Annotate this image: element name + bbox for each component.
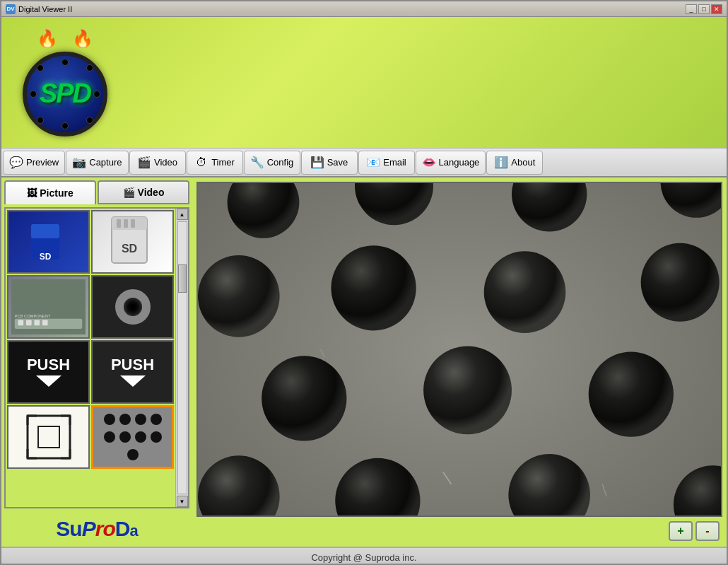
thumb-dot [135,414,146,425]
capture-icon: 📷 [72,156,86,170]
email-label: Email [383,157,406,168]
config-icon: 🔧 [250,156,264,170]
thumbnail-6[interactable]: PUSH [91,340,174,404]
video-button[interactable]: 🎬 Video [129,151,186,175]
tab-picture[interactable]: 🖼 Picture [4,180,96,204]
push1-arrow [35,374,63,388]
timer-label: Timer [211,157,235,168]
thumbnail-7[interactable] [7,405,90,469]
scroll-down-button[interactable]: ▼ [177,496,188,507]
email-button[interactable]: 📧 Email [358,151,415,175]
about-button[interactable]: ℹ️ About [486,151,543,175]
email-icon: 📧 [366,156,380,170]
preview-label: Preview [26,157,59,168]
svg-rect-13 [34,320,40,326]
capture-button[interactable]: 📷 Capture [66,151,128,175]
circuit-graphic: PCB COMPONENT [11,279,86,334]
push2-text: PUSH [111,356,154,374]
video-icon: 🎬 [137,156,151,170]
thumbnail-8[interactable] [91,405,174,469]
logo-dot [30,91,37,98]
save-button[interactable]: 💾 Save [301,151,358,175]
zoom-out-icon: - [705,525,709,537]
thumbnail-5[interactable]: PUSH [7,340,90,404]
flame-right-icon: 🔥 [72,29,93,49]
right-panel: + - [192,177,727,547]
logo-circle: SPD [23,52,107,136]
logo-dot [86,117,93,124]
window-controls: _ □ ✕ [686,4,722,14]
main-content: 🖼 Picture 🎬 Video SD [1,177,727,547]
svg-point-27 [198,255,280,337]
thumb-dot [104,431,115,443]
svg-text:SD: SD [121,243,136,255]
scroll-up-button[interactable]: ▲ [177,209,188,220]
thumb-dot [119,431,131,443]
thumb-dot [151,414,162,425]
logo-container: 🔥 🔥 SPD [23,29,107,136]
push1-text: PUSH [27,356,70,374]
thumb-dot [151,431,162,443]
about-label: About [511,157,535,168]
save-icon: 💾 [310,156,324,170]
about-icon: ℹ️ [494,156,508,170]
scroll-track [177,221,187,494]
thumbnail-3[interactable]: PCB COMPONENT [7,275,90,339]
svg-text:PCB COMPONENT: PCB COMPONENT [15,314,51,318]
svg-rect-11 [18,320,24,326]
preview-button[interactable]: 💬 Preview [3,151,65,175]
suproda-logo: SuProDa [4,511,189,544]
svg-point-32 [423,346,512,434]
language-label: Language [439,157,480,168]
svg-text:SD: SD [39,252,51,262]
thumb-dot [104,414,115,425]
main-image-area [196,182,722,517]
header-area: 🔥 🔥 SPD [1,17,727,148]
preview-icon: 💬 [9,156,23,170]
logo-dot [86,64,93,71]
language-button[interactable]: 👄 Language [416,151,486,175]
thumbnail-area: SD SD [4,207,189,508]
thumbnail-1[interactable]: SD [7,210,90,274]
zoom-in-button[interactable]: + [669,521,693,541]
config-button[interactable]: 🔧 Config [244,151,300,175]
timer-icon: ⏱ [194,156,209,170]
svg-point-31 [262,356,346,441]
ring-inner [115,289,151,325]
svg-rect-5 [117,219,121,228]
footer: Copyright @ Suproda inc. [1,547,727,565]
left-panel: 🖼 Picture 🎬 Video SD [1,177,192,547]
logo-flames: 🔥 🔥 [37,29,93,49]
minimize-button[interactable]: _ [686,4,697,14]
video-label: Video [154,157,177,168]
thumbnail-4[interactable] [91,275,174,339]
picture-tab-label: Picture [40,187,73,199]
window-title: Digital Viewer II [18,5,686,13]
thumbnail-grid: SD SD [6,209,175,507]
logo-text: SPD [40,78,90,109]
timer-button[interactable]: ⏱ Timer [187,151,243,175]
suproda-text: SuProDa [56,517,137,541]
toolbar: 💬 Preview 📷 Capture 🎬 Video ⏱ Timer 🔧 Co… [1,148,727,177]
svg-point-30 [641,243,720,322]
maximize-button[interactable]: □ [698,4,710,14]
svg-rect-7 [131,219,135,228]
svg-marker-16 [36,375,61,387]
scrollbar: ▲ ▼ [175,209,188,507]
svg-rect-6 [124,219,128,228]
thumb-dot [127,449,139,460]
sd-card-graphic: SD [28,221,70,263]
svg-point-29 [484,251,566,333]
logo-dot [93,91,100,98]
svg-point-28 [331,245,416,330]
close-button[interactable]: ✕ [711,4,722,14]
config-label: Config [267,157,294,168]
tab-video[interactable]: 🎬 Video [98,180,189,204]
svg-rect-14 [42,320,48,326]
svg-marker-17 [120,375,146,387]
video-tab-label: Video [138,187,165,198]
thumbnail-2[interactable]: SD [91,210,174,274]
push2-arrow [119,374,147,388]
zoom-out-button[interactable]: - [695,521,720,541]
scroll-thumb[interactable] [178,264,187,293]
